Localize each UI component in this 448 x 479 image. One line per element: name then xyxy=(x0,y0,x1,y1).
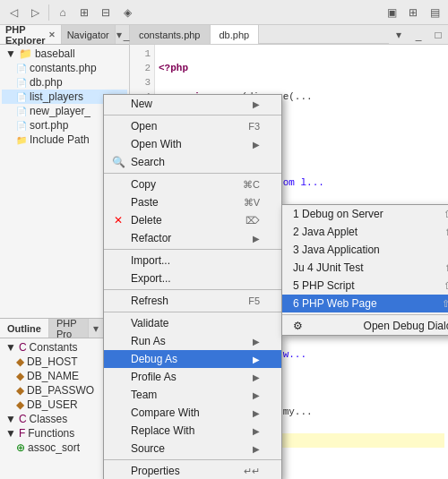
arrow-icon: ▼ xyxy=(5,341,16,354)
toolbar: ◁ ▷ ⌂ ⊞ ⊟ ◈ ▣ ⊞ ▤ xyxy=(0,0,448,25)
menu-item-properties[interactable]: Properties ↵↵ xyxy=(104,462,281,479)
menu-item-copy[interactable]: Copy ⌘C xyxy=(104,175,281,193)
const-icon: ◆ xyxy=(16,370,24,382)
menu-item-search[interactable]: 🔍 Search xyxy=(104,153,281,171)
constants-icon: C xyxy=(19,341,27,354)
menu-sep-6 xyxy=(104,459,281,460)
submenu-arrow-icon: ▶ xyxy=(253,234,260,244)
menu-sep-2 xyxy=(104,173,281,174)
tab-php-pro[interactable]: PHP Pro xyxy=(49,319,89,338)
tree-item-db[interactable]: 📄 db.php xyxy=(2,75,127,90)
tree-item-label: list_players xyxy=(30,90,83,103)
submenu-item-php-script[interactable]: 5 PHP Script ⇧⌃H xyxy=(282,277,448,295)
menu-label: Delete xyxy=(131,214,162,227)
submenu-item-open-debug[interactable]: ⚙ Open Debug Dialog... xyxy=(282,317,448,335)
editor-tabs: constants.php db.php ▾ _ □ xyxy=(130,25,448,45)
editor-tab-db[interactable]: db.php xyxy=(211,25,260,44)
editor-min-btn[interactable]: _ xyxy=(409,25,428,45)
tab-outline-label: Outline xyxy=(7,323,41,334)
tab-close-icon[interactable]: ✕ xyxy=(48,30,56,39)
submenu-arrow-icon: ▶ xyxy=(253,390,260,400)
search-icon: 🔍 xyxy=(111,156,125,168)
submenu-arrow-icon: ▶ xyxy=(253,140,260,150)
menu-shortcut: ⌦ xyxy=(246,215,260,227)
menu-shortcut: F3 xyxy=(248,121,260,132)
toolbar-btn-4[interactable]: ⊞ xyxy=(74,3,94,22)
submenu-item-java-app[interactable]: 3 Java Application ⇧⌃J xyxy=(282,241,448,259)
menu-item-refactor[interactable]: Refactor ▶ xyxy=(104,229,281,247)
submenu-arrow-icon: ▶ xyxy=(253,355,260,364)
editor-menu-btn[interactable]: ▾ xyxy=(389,25,409,45)
submenu-arrow-icon: ▶ xyxy=(253,444,260,454)
tab-php-explorer[interactable]: PHP Explorer ✕ xyxy=(0,25,62,44)
menu-item-new[interactable]: New ▶ xyxy=(104,95,281,113)
toolbar-btn-1[interactable]: ◁ xyxy=(4,3,23,22)
submenu-arrow-icon: ▶ xyxy=(253,337,260,346)
menu-label: Run As xyxy=(131,335,166,347)
menu-item-import[interactable]: Import... xyxy=(104,252,281,269)
menu-item-compare-with[interactable]: Compare With ▶ xyxy=(104,404,281,422)
outline-label: DB_HOST xyxy=(27,355,78,368)
menu-item-team[interactable]: Team ▶ xyxy=(104,386,281,404)
fn-icon: F xyxy=(19,427,25,440)
outline-label: Classes xyxy=(30,413,68,425)
submenu-arrow-icon: ▶ xyxy=(253,372,260,382)
submenu-arrow-icon: ▶ xyxy=(253,408,260,418)
context-menu: New ▶ Open F3 Open With ▶ 🔍 Search Copy … xyxy=(103,94,282,479)
menu-shortcut: ⌘C xyxy=(243,179,260,191)
arrow-icon: ▼ xyxy=(5,413,16,425)
toolbar-btn-5[interactable]: ⊟ xyxy=(96,3,116,22)
submenu-shortcut: ⇧⌃R xyxy=(444,209,448,220)
toolbar-btn-9[interactable]: ▤ xyxy=(425,3,444,22)
menu-item-run-as[interactable]: Run As ▶ xyxy=(104,332,281,350)
menu-item-replace-with[interactable]: Replace With ▶ xyxy=(104,422,281,440)
panel-tabs: PHP Explorer ✕ Navigator ▾ _ □ xyxy=(0,25,129,45)
toolbar-btn-8[interactable]: ⊞ xyxy=(403,3,423,22)
menu-item-delete[interactable]: ✕ Delete ⌦ xyxy=(104,211,281,229)
menu-item-debug-as[interactable]: Debug As ▶ xyxy=(104,350,281,368)
editor-tab-constants[interactable]: constants.php xyxy=(130,25,211,44)
tree-item-root[interactable]: ▼ 📁 baseball xyxy=(2,47,127,61)
menu-label: Import... xyxy=(131,254,170,267)
menu-shortcut: ⌘V xyxy=(244,197,260,209)
menu-item-export[interactable]: Export... xyxy=(104,269,281,287)
menu-item-open[interactable]: Open F3 xyxy=(104,117,281,135)
menu-shortcut: ↵↵ xyxy=(244,466,260,477)
file-icon: 📄 xyxy=(16,92,27,102)
const-icon: ◆ xyxy=(16,355,24,368)
menu-item-profile-as[interactable]: Profile As ▶ xyxy=(104,368,281,386)
toolbar-btn-7[interactable]: ▣ xyxy=(382,3,401,22)
toolbar-btn-3[interactable]: ⌂ xyxy=(53,3,73,22)
tree-item-constants[interactable]: 📄 constants.php xyxy=(2,61,127,75)
submenu-item-java-applet[interactable]: 2 Java Applet ⇧⌃A xyxy=(282,223,448,241)
menu-item-source[interactable]: Source ▶ xyxy=(104,440,281,458)
tab-php-pro-label: PHP Pro xyxy=(56,318,81,339)
editor-max-btn[interactable]: □ xyxy=(428,25,448,45)
submenu-label: Ju 4 JUnit Test xyxy=(293,261,363,274)
tree-item-label: Include Path xyxy=(30,133,90,146)
const-icon: ◆ xyxy=(16,384,24,397)
submenu-shortcut: ⇧⌃H xyxy=(444,280,448,292)
toolbar-btn-6[interactable]: ◈ xyxy=(117,3,137,22)
menu-sep-3 xyxy=(104,249,281,250)
tab-navigator[interactable]: Navigator xyxy=(62,25,116,44)
menu-item-paste[interactable]: Paste ⌘V xyxy=(104,193,281,211)
panel-menu-btn[interactable]: ▾ xyxy=(116,25,123,45)
toolbar-btn-2[interactable]: ▷ xyxy=(25,3,45,22)
submenu-item-php-web[interactable]: 6 PHP Web Page ⇧⌃W xyxy=(282,295,448,312)
editor-tab-label: db.php xyxy=(220,30,250,40)
bottom-menu-btn[interactable]: ▾ xyxy=(89,319,102,338)
menu-label: New xyxy=(131,98,152,110)
menu-label: Team xyxy=(131,389,157,401)
submenu-item-junit[interactable]: Ju 4 JUnit Test ⇧⌃T xyxy=(282,259,448,277)
menu-item-validate[interactable]: Validate xyxy=(104,314,281,332)
outline-label: Constants xyxy=(30,341,78,354)
submenu-arrow-icon: ▶ xyxy=(253,426,260,436)
outline-label: assoc_sort xyxy=(28,441,80,454)
tab-outline[interactable]: Outline xyxy=(0,319,49,338)
menu-item-refresh[interactable]: Refresh F5 xyxy=(104,292,281,310)
submenu-item-debug-server[interactable]: 1 Debug on Server ⇧⌃R xyxy=(282,205,448,223)
menu-item-open-with[interactable]: Open With ▶ xyxy=(104,135,281,153)
menu-label: Copy xyxy=(131,178,156,191)
menu-label: Open With xyxy=(131,138,182,150)
